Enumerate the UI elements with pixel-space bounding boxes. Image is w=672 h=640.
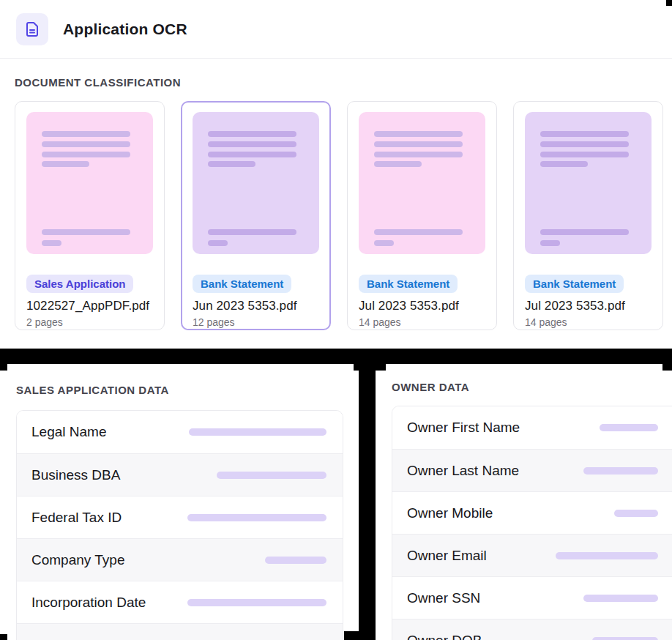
divider-black-bar [0,349,672,364]
document-card-sales-application[interactable]: Sales Application 1022527_AppPDF.pdf 2 p… [15,101,165,330]
field-value-placeholder [189,428,326,436]
field-label: Business DBA [31,467,120,483]
document-filename: 1022527_AppPDF.pdf [26,299,153,313]
document-thumbnail [525,112,652,254]
field-value-placeholder [556,552,658,559]
document-type-badge: Bank Statement [359,275,458,293]
field-value-placeholder [583,467,658,475]
data-row-company-type: Company Type [17,538,343,581]
field-label: Owner First Name [407,420,520,436]
divider-black-notch [344,631,376,640]
divider-black-notch [0,634,7,640]
document-card-bank-statement-jul-1[interactable]: Bank Statement Jul 2023 5353.pdf 14 page… [347,101,497,330]
document-filename: Jul 2023 5353.pdf [359,299,485,313]
document-thumbnail [26,112,153,254]
field-label: Incorporation Date [31,595,146,611]
field-label: Owner Email [407,548,487,564]
field-label: Owner DOB [407,633,482,640]
data-row-incorporation-date: Incorporation Date [17,581,343,623]
application-ocr-page: Application OCR DOCUMENT CLASSIFICATION … [0,0,672,640]
data-row-business-dba: Business DBA [17,453,343,496]
data-row-owner-dob: Owner DOB [392,619,672,640]
data-row-owner-ssn: Owner SSN [392,576,672,619]
divider-black-notch [354,361,386,371]
divider-black-notch [666,0,672,6]
field-value-placeholder [600,424,658,431]
document-thumbnail [193,112,319,254]
field-value-placeholder [217,472,326,479]
document-type-badge: Sales Application [26,275,133,293]
field-label: Owner Last Name [407,463,519,479]
data-row-annual-revenue: Annual Revenue [17,623,343,640]
field-value-placeholder [187,599,326,606]
field-label: Federal Tax ID [31,510,122,526]
field-value-placeholder [592,637,658,640]
document-icon [16,13,48,45]
document-page-count: 2 pages [26,316,153,328]
document-filename: Jul 2023 5353.pdf [525,299,652,313]
field-label: Owner SSN [407,590,480,606]
field-label: Owner Mobile [407,505,493,521]
data-row-federal-tax-id: Federal Tax ID [17,496,343,538]
divider-black-notch [662,364,672,371]
field-value-placeholder [187,514,326,521]
field-value-placeholder [265,557,326,564]
data-row-legal-name: Legal Name [17,411,343,453]
divider-black-vertical-bar [359,349,376,640]
field-label: Company Type [31,552,124,568]
document-page-count: 14 pages [359,316,485,328]
document-filename: Jun 2023 5353.pdf [193,299,319,313]
field-value-placeholder [583,595,658,602]
document-page-count: 14 pages [525,316,652,328]
document-thumbnail [359,112,485,254]
app-header: Application OCR [0,0,672,59]
field-value-placeholder [614,510,658,517]
document-card-bank-statement-jul-2[interactable]: Bank Statement Jul 2023 5353.pdf 14 page… [513,101,663,330]
section-title-document-classification: DOCUMENT CLASSIFICATION [15,76,181,89]
document-cards-row: Sales Application 1022527_AppPDF.pdf 2 p… [15,101,663,330]
document-page-count: 12 pages [193,316,319,328]
document-type-badge: Bank Statement [525,275,624,293]
data-row-owner-email: Owner Email [392,534,672,576]
data-row-owner-last-name: Owner Last Name [392,449,672,491]
document-card-bank-statement-jun[interactable]: Bank Statement Jun 2023 5353.pdf 12 page… [181,101,331,330]
page-title: Application OCR [63,0,187,59]
data-row-owner-mobile: Owner Mobile [392,491,672,534]
divider-black-notch [0,349,7,371]
data-row-owner-first-name: Owner First Name [392,406,672,449]
sales-application-data-card: Legal Name Business DBA Federal Tax ID C… [16,410,343,640]
document-type-badge: Bank Statement [193,275,291,293]
field-label: Annual Revenue [31,637,135,640]
section-title-owner-data: OWNER DATA [392,381,469,393]
owner-data-card: Owner First Name Owner Last Name Owner M… [392,406,672,640]
field-label: Legal Name [31,424,106,440]
section-title-sales-application-data: SALES APPLICATION DATA [16,384,169,396]
